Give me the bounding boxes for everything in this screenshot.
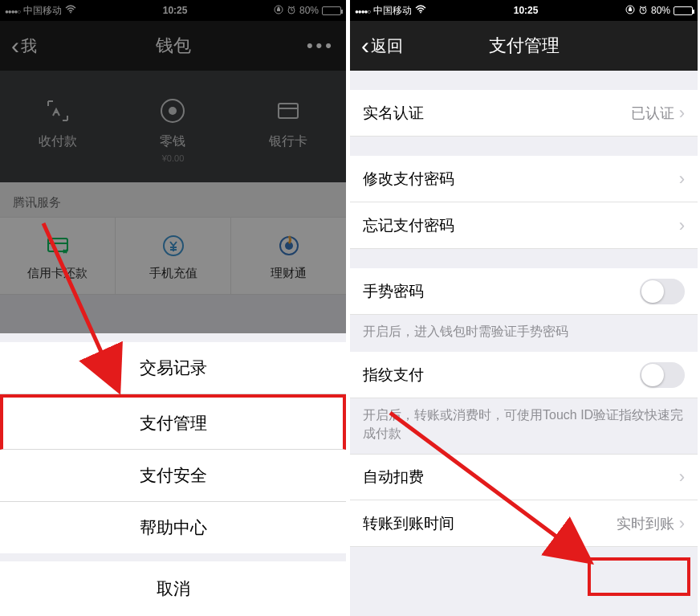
licai-icon [234, 232, 343, 259]
pay-receive-label: 收付款 [1, 133, 115, 150]
carrier-label: 中国移动 [373, 4, 412, 18]
svg-point-4 [169, 107, 177, 115]
battery-pct: 80% [651, 5, 670, 16]
svg-rect-5 [279, 104, 298, 118]
balance-amount: ¥0.00 [116, 153, 230, 163]
cell-label: 指纹支付 [363, 365, 640, 386]
section-tencent-services: 腾讯服务 [0, 182, 346, 217]
chevron-right-icon: › [679, 169, 685, 190]
wallet-pay-receive[interactable]: 收付款 [1, 93, 115, 163]
balance-label: 零钱 [116, 133, 230, 150]
wallet-balance[interactable]: 零钱 ¥0.00 [116, 93, 230, 163]
battery-icon [674, 6, 693, 15]
cell-change-password[interactable]: 修改支付密码 › [350, 156, 698, 202]
cell-value: 已认证 [631, 104, 674, 123]
note-gesture: 开启后，进入钱包时需验证手势密码 [350, 315, 698, 352]
phone-left-wallet: ●●●●○ 中国移动 10:25 80% ‹ 我 钱包 ••• [0, 0, 348, 616]
card-icon [231, 93, 345, 129]
chevron-right-icon: › [679, 103, 685, 124]
cell-label: 忘记支付密码 [363, 215, 679, 236]
svg-point-12 [420, 12, 421, 14]
chevron-right-icon: › [679, 513, 685, 534]
status-time: 10:25 [79, 5, 271, 16]
back-label: 我 [21, 35, 37, 57]
portrait-lock-icon [274, 5, 283, 17]
service-label: 手机充值 [119, 266, 227, 281]
more-button[interactable]: ••• [307, 35, 335, 56]
sheet-help-center[interactable]: 帮助中心 [0, 502, 346, 553]
cell-transfer-time[interactable]: 转账到账时间 实时到账 › [350, 500, 698, 547]
switch-fingerprint[interactable] [640, 362, 685, 388]
svg-rect-7 [48, 239, 67, 251]
back-label: 返回 [371, 35, 403, 57]
wallet-header: 收付款 零钱 ¥0.00 银行卡 [0, 71, 346, 182]
chevron-left-icon: ‹ [361, 34, 369, 58]
cell-label: 实名认证 [363, 103, 631, 124]
svg-point-0 [70, 12, 71, 14]
cell-label: 转账到账时间 [363, 513, 617, 534]
switch-gesture[interactable] [640, 279, 685, 304]
cell-forgot-password[interactable]: 忘记支付密码 › [350, 202, 698, 249]
status-time: 10:25 [429, 5, 622, 16]
nav-title: 钱包 [0, 34, 346, 58]
sheet-cancel[interactable]: 取消 [0, 561, 346, 616]
back-button[interactable]: ‹ 返回 [361, 34, 403, 58]
status-bar: ●●●●○ 中国移动 10:25 80% [350, 0, 698, 21]
signal-dots-icon: ●●●●○ [5, 5, 20, 16]
wifi-icon [65, 5, 76, 16]
sheet-payment-manage[interactable]: 支付管理 [0, 394, 346, 450]
cell-auto-deduct[interactable]: 自动扣费 › [350, 454, 698, 500]
navbar-wallet: ‹ 我 钱包 ••• [0, 21, 346, 71]
card-label: 银行卡 [231, 133, 345, 150]
action-sheet: 交易记录 支付管理 支付安全 帮助中心 取消 [0, 342, 346, 616]
service-phone-recharge[interactable]: 手机充值 [116, 217, 231, 295]
cell-fingerprint-pay[interactable]: 指纹支付 [350, 352, 698, 398]
alarm-icon [287, 5, 296, 17]
battery-pct: 80% [299, 5, 319, 16]
chevron-right-icon: › [679, 467, 685, 487]
battery-icon [322, 6, 341, 15]
annotation-highlight-transfer [588, 557, 690, 596]
navbar-payment-manage: ‹ 返回 支付管理 [350, 21, 698, 71]
sheet-payment-security[interactable]: 支付安全 [0, 450, 346, 502]
chevron-left-icon: ‹ [11, 34, 19, 58]
wifi-icon [415, 5, 426, 16]
carrier-label: 中国移动 [23, 4, 62, 18]
back-button[interactable]: ‹ 我 [11, 34, 37, 58]
sheet-transactions[interactable]: 交易记录 [0, 342, 346, 394]
recharge-icon [119, 232, 227, 259]
cell-label: 手势密码 [363, 281, 640, 302]
balance-icon [116, 93, 230, 129]
cell-label: 修改支付密码 [363, 169, 679, 190]
wallet-cards[interactable]: 银行卡 [231, 93, 345, 163]
phone-right-payment-manage: ●●●●○ 中国移动 10:25 80% ‹ 返回 支付管理 实名认证 已认证 … [350, 0, 698, 616]
service-credit-card[interactable]: 信用卡还款 [0, 217, 116, 295]
services-grid: 信用卡还款 手机充值 理财通 [0, 217, 346, 295]
cell-gesture-password[interactable]: 手势密码 [350, 268, 698, 315]
service-label: 理财通 [234, 266, 343, 281]
credit-card-icon [3, 232, 112, 259]
chevron-right-icon: › [679, 215, 685, 236]
portrait-lock-icon [625, 5, 635, 17]
cell-value: 实时到账 [617, 514, 674, 533]
alarm-icon [638, 5, 648, 17]
signal-dots-icon: ●●●●○ [355, 5, 370, 16]
cell-realname-auth[interactable]: 实名认证 已认证 › [350, 90, 698, 137]
pay-receive-icon [1, 93, 115, 129]
cell-label: 自动扣费 [363, 467, 679, 487]
service-licai[interactable]: 理财通 [231, 217, 346, 295]
status-bar: ●●●●○ 中国移动 10:25 80% [0, 0, 346, 21]
note-fingerprint: 开启后，转账或消费时，可使用Touch ID验证指纹快速完成付款 [350, 398, 698, 454]
service-label: 信用卡还款 [3, 266, 112, 281]
